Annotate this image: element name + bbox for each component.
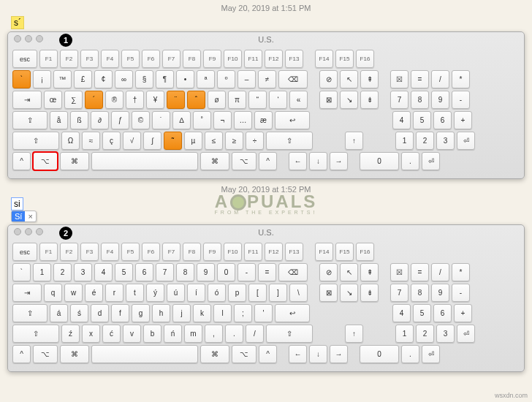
function-key[interactable]: F16	[356, 243, 374, 261]
space-key[interactable]	[91, 345, 198, 363]
key[interactable]: k	[193, 304, 211, 322]
function-key[interactable]: F8	[183, 50, 201, 68]
function-key[interactable]: F11	[244, 243, 262, 261]
key[interactable]: µ	[184, 132, 202, 150]
function-key[interactable]: F9	[203, 243, 221, 261]
key[interactable]: 8	[176, 263, 194, 281]
key[interactable]: 6	[135, 263, 153, 281]
function-key[interactable]: F12	[265, 50, 283, 68]
key[interactable]: 7	[156, 263, 174, 281]
key[interactable]: 9	[197, 263, 215, 281]
key[interactable]: –	[238, 70, 256, 88]
numpad-key[interactable]: ⏎	[422, 152, 440, 170]
key[interactable]: v	[123, 325, 141, 343]
key[interactable]: ¥	[146, 91, 164, 109]
key[interactable]: ‘	[269, 91, 287, 109]
function-key[interactable]: F9	[203, 50, 221, 68]
function-key[interactable]: F13	[285, 243, 303, 261]
tab-key[interactable]: ⇥	[12, 284, 42, 302]
nav-key[interactable]: ⊘	[319, 70, 338, 88]
key[interactable]: `	[12, 263, 31, 281]
key[interactable]: ,	[205, 325, 223, 343]
key[interactable]: …	[234, 111, 252, 129]
key[interactable]: ˚	[193, 111, 211, 129]
key[interactable]: [	[248, 284, 267, 302]
numpad-key[interactable]: ⏎	[457, 132, 475, 150]
key[interactable]: x	[82, 325, 100, 343]
numpad-key[interactable]: 9	[431, 91, 449, 109]
key[interactable]: é	[85, 284, 103, 302]
option-key[interactable]: ⌥	[33, 152, 58, 170]
numpad-key[interactable]: 6	[433, 111, 452, 129]
key[interactable]: ∂	[91, 111, 109, 129]
numpad-key[interactable]: ☒	[390, 263, 408, 281]
key[interactable]: ¬	[213, 111, 232, 129]
function-key[interactable]: F10	[224, 50, 242, 68]
numpad-key[interactable]: +	[454, 111, 472, 129]
nav-key[interactable]: ↖	[340, 263, 358, 281]
function-key[interactable]: F6	[142, 50, 160, 68]
key[interactable]: 3	[74, 263, 92, 281]
key[interactable]: ú	[167, 284, 185, 302]
arrow-down-key[interactable]: ↓	[309, 152, 327, 170]
key[interactable]: †	[126, 91, 144, 109]
key[interactable]: £	[74, 70, 92, 88]
numpad-key[interactable]: /	[431, 263, 449, 281]
key[interactable]: ˜	[164, 132, 182, 150]
numpad-key[interactable]: =	[411, 263, 429, 281]
numpad-key[interactable]: *	[452, 70, 470, 88]
numpad-key[interactable]: -	[452, 284, 470, 302]
window-controls[interactable]	[14, 228, 43, 235]
key[interactable]: ź	[61, 325, 80, 343]
key[interactable]: ć	[102, 325, 121, 343]
key[interactable]: ¶	[156, 70, 174, 88]
function-key[interactable]: F1	[39, 50, 58, 68]
key[interactable]: ≥	[225, 132, 243, 150]
key[interactable]: ´	[85, 91, 103, 109]
key[interactable]: ™	[53, 70, 72, 88]
function-key[interactable]: F6	[142, 243, 160, 261]
function-key[interactable]: F15	[335, 50, 354, 68]
key[interactable]: ∫	[143, 132, 162, 150]
numpad-key[interactable]: *	[452, 263, 470, 281]
numpad-key[interactable]: 2	[416, 325, 434, 343]
window-controls[interactable]	[14, 35, 43, 42]
key[interactable]: §	[135, 70, 153, 88]
key[interactable]: 1	[33, 263, 51, 281]
key[interactable]: ;	[234, 304, 252, 322]
key[interactable]: h	[152, 304, 170, 322]
key[interactable]: ¡	[33, 70, 51, 88]
numpad-key[interactable]: -	[452, 91, 470, 109]
numpad-key[interactable]: .	[401, 152, 419, 170]
key[interactable]: ≈	[82, 132, 100, 150]
shift-key[interactable]: ⇧	[12, 325, 59, 343]
key[interactable]: ≤	[205, 132, 223, 150]
numpad-key[interactable]: 9	[431, 284, 449, 302]
key[interactable]: \	[289, 284, 308, 302]
key[interactable]: ń	[164, 325, 182, 343]
key[interactable]: ≠	[258, 70, 276, 88]
function-key[interactable]: F4	[101, 50, 119, 68]
nav-key[interactable]: ↖	[340, 70, 358, 88]
function-key[interactable]: F2	[60, 243, 78, 261]
delete-key[interactable]: ⌫	[278, 263, 308, 281]
key[interactable]: q	[44, 284, 62, 302]
key[interactable]: ®	[105, 91, 123, 109]
key[interactable]: ¨	[167, 91, 185, 109]
key[interactable]: ÷	[246, 132, 264, 150]
arrow-left-key[interactable]: ←	[289, 345, 307, 363]
key[interactable]: π	[228, 91, 246, 109]
arrow-left-key[interactable]: ←	[289, 152, 307, 170]
function-key[interactable]: F14	[315, 50, 333, 68]
function-key[interactable]: F16	[356, 50, 374, 68]
command-key[interactable]: ⌘	[200, 152, 229, 170]
key[interactable]: b	[143, 325, 162, 343]
nav-key[interactable]: ⇞	[360, 70, 379, 88]
key[interactable]: ś	[70, 304, 88, 322]
key[interactable]: `	[12, 70, 31, 88]
key[interactable]: j	[172, 304, 191, 322]
key[interactable]: p	[228, 284, 246, 302]
control-key[interactable]: ^	[259, 345, 277, 363]
option-key[interactable]: ⌥	[33, 345, 58, 363]
delete-key[interactable]: ⌫	[278, 70, 308, 88]
